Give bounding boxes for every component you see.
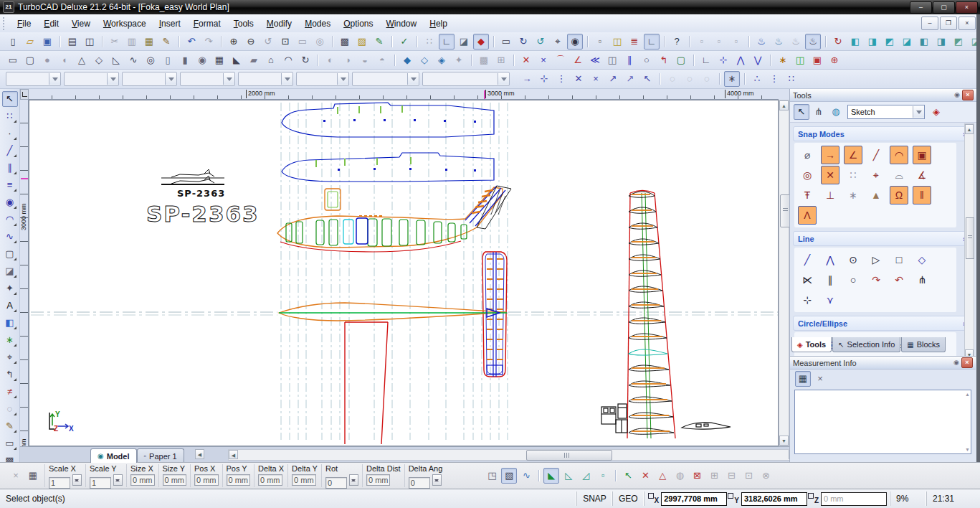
snap-divide-icon[interactable]: Ŧ xyxy=(798,186,817,204)
snap-tangent-icon[interactable]: ∡ xyxy=(913,166,931,184)
arc-tool-icon[interactable]: ◠ xyxy=(2,212,18,227)
workplane-toggle-icon[interactable]: ∟ xyxy=(439,34,455,50)
snap-on-line-icon[interactable]: ╱ xyxy=(867,146,885,164)
menu-tools[interactable]: Tools xyxy=(227,17,260,31)
insp-calculator-icon[interactable]: ▦ xyxy=(25,468,41,484)
toolbar-drag-handle[interactable] xyxy=(3,17,8,30)
image-insert-icon[interactable]: ◫ xyxy=(609,34,625,50)
meet-2-lines-icon[interactable]: × xyxy=(536,52,551,68)
property-combo-7[interactable] xyxy=(352,72,419,86)
snap-ortho-icon[interactable]: ‖ xyxy=(913,186,931,204)
snapbar-coordinate-icon[interactable]: → xyxy=(519,71,535,87)
measure-table-icon[interactable]: ▦ xyxy=(795,371,811,387)
zoom-level[interactable]: 9% xyxy=(890,491,926,506)
mesh-3d-icon[interactable]: ▦ xyxy=(211,52,227,68)
panel-tab-blocks[interactable]: ▦Blocks xyxy=(901,337,946,352)
camera-icon[interactable]: ⌖ xyxy=(550,34,566,50)
horizontal-scrollbar[interactable]: ◀ ▶ xyxy=(228,449,799,461)
geo-toggle[interactable]: GEO xyxy=(612,491,644,506)
insp-selector-toggle-icon[interactable]: ▧ xyxy=(501,468,517,484)
dropdown-arrow-icon[interactable] xyxy=(49,73,60,85)
menu-workspace[interactable]: Workspace xyxy=(97,17,153,31)
hidden-line-icon[interactable]: ◆ xyxy=(473,34,489,50)
snap-angular-icon[interactable]: Λ xyxy=(798,206,817,225)
trim-icon[interactable]: ✕ xyxy=(518,52,534,68)
snapbar-tangent-icon[interactable]: ↗ xyxy=(622,71,638,87)
box-3d-icon[interactable]: ▭ xyxy=(5,52,21,68)
snap-mark-divide-icon[interactable]: ⊥ xyxy=(821,186,839,204)
hemisphere-3d-icon[interactable]: ◖ xyxy=(57,52,72,68)
palette-scrollbar[interactable]: ▲ ▼ xyxy=(964,123,974,360)
paint-tool-icon[interactable]: ◧ xyxy=(2,315,18,331)
render-quality-teapot-icon[interactable]: ♨ xyxy=(805,34,821,50)
line-single-icon[interactable]: ╱ xyxy=(798,250,817,269)
line-polygon-icon[interactable]: ⊙ xyxy=(844,250,862,269)
render-wireframe-teapot-icon[interactable]: ♨ xyxy=(753,34,769,50)
measure-delete-icon[interactable]: × xyxy=(812,371,828,387)
tab-model[interactable]: ◉Model xyxy=(90,448,137,463)
property-combo-2[interactable] xyxy=(64,72,119,86)
measurement-list[interactable]: ▲ ▼ xyxy=(794,390,971,454)
ucs-toggle-icon[interactable]: ∟ xyxy=(644,34,660,50)
zoom-out-icon[interactable]: ⊖ xyxy=(243,34,259,50)
corner-trim-icon[interactable]: ∟ xyxy=(698,52,714,68)
mini-scroll-up-icon[interactable]: ▲ xyxy=(965,392,970,397)
dropdown-arrow-icon[interactable] xyxy=(337,73,348,85)
dropdown-arrow-icon[interactable] xyxy=(498,73,509,85)
expand-icon[interactable]: ⋁ xyxy=(750,52,766,68)
view-back-icon[interactable]: ◨ xyxy=(865,34,880,50)
mdi-close-button[interactable]: × xyxy=(958,17,976,30)
extrude-3d-icon[interactable]: ⌂ xyxy=(263,52,279,68)
line-parallel-icon[interactable]: ∥ xyxy=(821,271,839,289)
render-hidden-teapot-icon[interactable]: ♨ xyxy=(771,34,786,50)
model-drawing[interactable]: SP-2363 SP-2363 xyxy=(29,100,779,446)
panel-node-edit-icon[interactable]: ⋔ xyxy=(811,104,827,120)
line-tangent-2arc-icon[interactable]: ↶ xyxy=(890,271,908,289)
sketch-pen-icon[interactable]: ✎ xyxy=(2,418,18,434)
snap-all-icon[interactable]: ∗ xyxy=(844,186,862,204)
circle-tool-icon[interactable]: ◉ xyxy=(2,194,18,210)
select-tool-icon[interactable]: ↖ xyxy=(2,91,18,107)
snapbar-spacing-icon[interactable]: ∷ xyxy=(784,71,799,87)
transparent-tool-icon[interactable]: ◌ xyxy=(2,401,18,417)
spinner-control[interactable] xyxy=(72,474,82,486)
menu-modify[interactable]: Modify xyxy=(260,17,298,31)
view-left-icon[interactable]: ◩ xyxy=(882,34,898,50)
pin-icon[interactable]: ◉ xyxy=(952,90,962,100)
insp-facet-select-icon[interactable]: ▫ xyxy=(595,468,611,484)
bend-icon[interactable]: ↰ xyxy=(656,52,672,68)
context-help-icon[interactable]: ? xyxy=(669,34,685,50)
scroll-down-button[interactable]: ▼ xyxy=(779,436,789,446)
drawing-canvas[interactable]: SP-2363 SP-2363 xyxy=(29,100,779,446)
line-rotated-rect-icon[interactable]: ◇ xyxy=(913,250,931,269)
tab-paper-1[interactable]: ▫Paper 1 xyxy=(137,448,184,463)
line-rectangle-icon[interactable]: □ xyxy=(890,250,908,269)
spell-check-icon[interactable]: ✓ xyxy=(396,34,412,50)
title-bar[interactable]: 21 TurboCAD Deluxe 21.2 64-bit - [Foka_e… xyxy=(0,0,980,14)
facet-edit-icon[interactable]: ◆ xyxy=(399,52,415,68)
panel-tab-selection-info[interactable]: ↖Selection Info xyxy=(832,337,900,352)
snap-arc-center-icon[interactable]: ◠ xyxy=(890,146,908,164)
scroll-up-button[interactable]: ▲ xyxy=(779,100,789,110)
snapbar-divide-icon[interactable]: ⋮ xyxy=(766,71,782,87)
fillet-icon[interactable]: ⌒ xyxy=(553,52,569,68)
insp-zoom-selection-icon[interactable]: ⊠ xyxy=(689,468,705,484)
section-header-circle-ellipse[interactable]: Circle/Ellipse « xyxy=(793,316,974,331)
sphere-3d-icon[interactable]: ● xyxy=(39,52,55,68)
snap-nearest-icon[interactable]: ⌖ xyxy=(867,166,885,184)
assemble-tool-icon[interactable]: ✦ xyxy=(2,281,18,296)
save-file-icon[interactable]: ▣ xyxy=(39,34,55,50)
palette-icon[interactable]: ≣ xyxy=(627,34,642,50)
line-bisector-icon[interactable]: ⋔ xyxy=(913,271,931,289)
camera-tool-icon[interactable]: ⌖ xyxy=(2,349,18,365)
box-tool-icon[interactable]: ▢ xyxy=(2,246,18,262)
line-branch-icon[interactable]: ⊹ xyxy=(798,291,817,309)
scroll-up-button[interactable]: ▲ xyxy=(965,124,974,134)
construction-point-icon[interactable]: ∷ xyxy=(2,108,18,124)
snap-grid-icon[interactable]: ∷ xyxy=(844,166,862,184)
snap-intersection-icon[interactable]: ✕ xyxy=(821,166,839,184)
view-top-icon[interactable]: ◧ xyxy=(916,34,932,50)
mini-scroll-down-icon[interactable]: ▼ xyxy=(965,447,970,452)
dimension-tool-icon[interactable]: ↰ xyxy=(2,367,18,382)
minimize-button[interactable]: ‒ xyxy=(910,1,932,14)
